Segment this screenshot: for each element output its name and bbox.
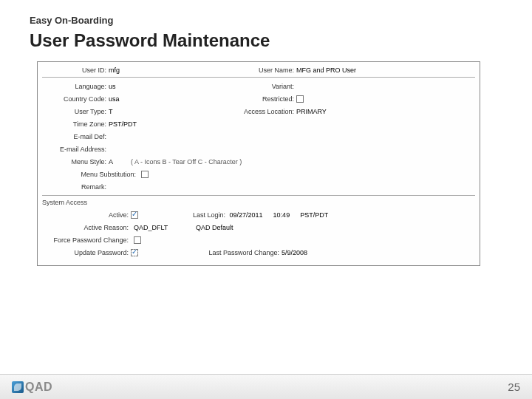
timezone-value[interactable]: PST/PDT bbox=[109, 120, 137, 128]
active-checkbox[interactable] bbox=[131, 211, 138, 219]
remark-label: Remark: bbox=[42, 183, 109, 191]
language-label: Language: bbox=[42, 83, 109, 90]
usertype-value[interactable]: T bbox=[109, 108, 113, 115]
accessloc-label: Access Location: bbox=[237, 108, 296, 115]
username-value[interactable]: MFG and PRO User bbox=[296, 66, 356, 74]
usertype-label: User Type: bbox=[42, 108, 109, 115]
menustyle-label: Menu Style: bbox=[42, 158, 109, 166]
active-label: Active: bbox=[42, 211, 131, 219]
slide-title: User Password Maintenance bbox=[30, 30, 502, 51]
country-value[interactable]: usa bbox=[109, 95, 120, 103]
menustyle-hint: ( A - Icons B - Tear Off C - Character ) bbox=[131, 158, 242, 166]
lastchange-label: Last Password Change: bbox=[193, 249, 282, 256]
lastchange-value: 5/9/2008 bbox=[282, 249, 307, 256]
brand-text: QAD bbox=[25, 381, 52, 394]
accessloc-value[interactable]: PRIMARY bbox=[296, 108, 327, 115]
variant-label: Variant: bbox=[237, 83, 296, 90]
form-panel: User ID: mfg User Name: MFG and PRO User… bbox=[37, 61, 480, 266]
userid-value[interactable]: mfg bbox=[109, 66, 146, 74]
restricted-checkbox[interactable] bbox=[296, 95, 304, 103]
activereason-label: Active Reason: bbox=[42, 224, 131, 231]
lastlogin-date: 09/27/2011 bbox=[230, 211, 263, 219]
lastlogin-tz: PST/PDT bbox=[300, 211, 328, 219]
timezone-label: Time Zone: bbox=[42, 120, 109, 128]
userid-label: User ID: bbox=[42, 66, 109, 74]
menusub-checkbox[interactable] bbox=[141, 171, 149, 178]
emaildef-label: E-mail Def: bbox=[42, 133, 109, 140]
forcepw-checkbox[interactable] bbox=[134, 236, 141, 244]
activereason-desc: QAD Default bbox=[196, 224, 233, 231]
language-value[interactable]: us bbox=[109, 83, 116, 90]
slide-subtitle: Easy On-Boarding bbox=[30, 15, 502, 26]
slide-footer: QAD 25 bbox=[0, 374, 532, 399]
restricted-label: Restricted: bbox=[237, 95, 296, 103]
updatepw-checkbox[interactable] bbox=[131, 249, 138, 256]
lastlogin-label: Last Login: bbox=[193, 211, 228, 219]
brand-icon bbox=[12, 381, 24, 393]
country-label: Country Code: bbox=[42, 95, 109, 103]
username-label: User Name: bbox=[237, 66, 296, 74]
page-number: 25 bbox=[508, 381, 520, 393]
updatepw-label: Update Password: bbox=[42, 249, 131, 256]
emailaddr-label: E-mail Address: bbox=[42, 146, 109, 153]
activereason-value[interactable]: QAD_DFLT bbox=[134, 224, 178, 231]
lastlogin-time: 10:49 bbox=[273, 211, 290, 219]
system-access-section: System Access bbox=[42, 195, 475, 206]
brand-logo: QAD bbox=[12, 381, 52, 394]
menustyle-value[interactable]: A bbox=[109, 158, 131, 166]
menusub-label: Menu Substitution: bbox=[42, 171, 138, 178]
forcepw-label: Force Password Change: bbox=[42, 236, 131, 244]
